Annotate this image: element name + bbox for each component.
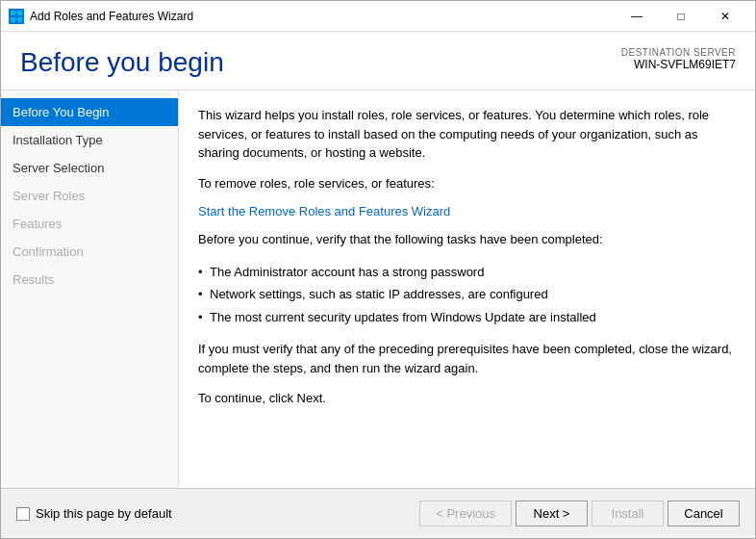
cancel-button[interactable]: Cancel [668,500,740,526]
svg-rect-2 [11,17,15,22]
svg-rect-0 [11,11,15,15]
sidebar-item-features: Features [1,210,178,238]
sidebar-item-installation-type[interactable]: Installation Type [1,126,178,154]
page-header: Before you begin DESTINATION SERVER WIN-… [1,32,755,90]
destination-server-info: DESTINATION SERVER WIN-SVFLM69IET7 [621,47,736,71]
next-button[interactable]: Next > [516,500,588,526]
sidebar: Before You BeginInstallation TypeServer … [1,90,179,488]
prereq-info-text: If you must verify that any of the prece… [198,340,736,377]
maximize-button[interactable]: □ [659,1,703,32]
remove-roles-text: To remove roles, role services, or featu… [198,174,736,193]
skip-page-checkbox[interactable] [16,507,30,521]
skip-page-checkbox-container[interactable]: Skip this page by default [16,506,172,521]
bullet-item: The Administrator account has a strong p… [198,261,736,284]
close-button[interactable]: ✕ [703,1,747,32]
svg-rect-1 [17,11,22,15]
app-icon [9,9,24,24]
previous-button[interactable]: < Previous [419,500,512,526]
intro-paragraph: This wizard helps you install roles, rol… [198,106,736,163]
prerequisites-list: The Administrator account has a strong p… [198,261,736,329]
server-name: WIN-SVFLM69IET7 [621,58,736,71]
footer-left: Skip this page by default [16,506,172,521]
skip-page-label: Skip this page by default [36,506,172,521]
sidebar-item-server-roles: Server Roles [1,182,178,210]
window-controls: — □ ✕ [615,1,747,32]
sidebar-item-confirmation: Confirmation [1,238,178,266]
footer: Skip this page by default < Previous Nex… [1,488,755,538]
sidebar-item-server-selection[interactable]: Server Selection [1,154,178,182]
sidebar-item-before-you-begin[interactable]: Before You Begin [1,98,178,126]
install-button[interactable]: Install [592,500,664,526]
window-title: Add Roles and Features Wizard [30,10,615,23]
verify-text: Before you continue, verify that the fol… [198,230,736,249]
page-title: Before you begin [20,47,224,78]
main-window: Add Roles and Features Wizard — □ ✕ Befo… [0,0,756,539]
title-bar: Add Roles and Features Wizard — □ ✕ [1,1,755,32]
main-content: This wizard helps you install roles, rol… [179,90,755,488]
destination-server-label: DESTINATION SERVER [621,47,736,58]
minimize-button[interactable]: — [615,1,659,32]
bullet-item: Network settings, such as static IP addr… [198,283,736,306]
content-area: Before You BeginInstallation TypeServer … [1,90,755,488]
remove-roles-link[interactable]: Start the Remove Roles and Features Wiza… [198,204,450,218]
bullet-item: The most current security updates from W… [198,306,736,329]
svg-rect-3 [17,17,22,22]
continue-text: To continue, click Next. [198,389,736,408]
sidebar-item-results: Results [1,266,178,294]
footer-buttons: < Previous Next > Install Cancel [419,500,740,526]
